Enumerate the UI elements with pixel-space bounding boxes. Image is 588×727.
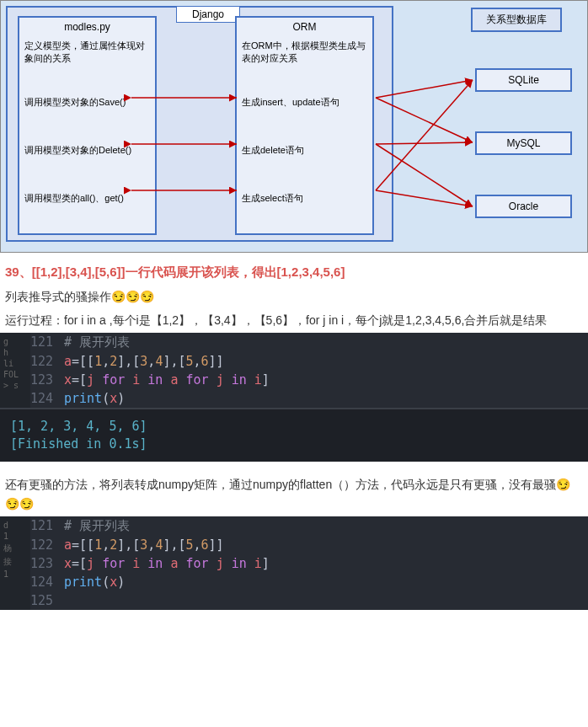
code-line: 123x=[j for i in a for j in i] [30,371,588,389]
django-container: Django modles.py 定义模型类，通过属性体现对象间的关系 调用模型… [6,6,393,242]
django-label: Django [176,6,240,23]
line-number: 121 [30,334,64,350]
code-content: x=[j for i in a for j in i] [64,372,270,388]
line-number: 124 [30,575,64,590]
para-text: 还有更骚的方法，将列表转成numpy矩阵，通过numpy的flatten（）方法… [5,478,556,491]
code-line: 124print(x) [30,389,588,408]
code-content: # 展开列表 [64,518,130,534]
code-content: a=[[1,2],[3,4],[5,6]] [64,354,224,369]
code-line: 121# 展开列表 [30,333,588,352]
question-heading: 39、[[1,2],[3,4],[5,6]]一行代码展开该列表，得出[1,2,3… [0,253,588,286]
code-line: 123x=[j for i in a for j in i] [30,554,588,573]
orm-box: ORM 在ORM中，根据模型类生成与表的对应关系 生成insert、update… [235,16,374,235]
models-item: 调用模型类对象的Save() [19,93,155,112]
line-number: 125 [30,593,64,608]
code-block-1: ghliFOL> s 121# 展开列表122a=[[1,2],[3,4],[5… [0,333,588,408]
django-orm-diagram: Django modles.py 定义模型类，通过属性体现对象间的关系 调用模型… [0,0,588,253]
code-content: x=[j for i in a for j in i] [64,556,270,571]
line-number: 123 [30,372,64,388]
paragraph: 运行过程：for i in a ,每个i是【1,2】，【3,4】，【5,6】，f… [0,309,588,333]
db-item: MySQL [475,131,572,155]
line-number: 123 [30,556,64,571]
code-block-2: d1杨接1 121# 展开列表122a=[[1,2],[3,4],[5,6]]1… [0,516,588,610]
code-content: # 展开列表 [64,334,130,350]
models-title: modles.py [19,18,155,36]
output-block: [1, 2, 3, 4, 5, 6] [Finished in 0.1s] [0,408,588,462]
models-item: 调用模型类对象的Delete() [19,141,155,160]
db-item: Oracle [475,195,572,218]
code-line: 121# 展开列表 [30,516,588,536]
paragraph: 还有更骚的方法，将列表转成numpy矩阵，通过numpy的flatten（）方法… [0,473,588,517]
orm-item: 生成delete语句 [237,141,372,160]
code-content: a=[[1,2],[3,4],[5,6]] [64,537,224,553]
code-line: 122a=[[1,2],[3,4],[5,6]] [30,352,588,371]
orm-title: ORM [237,18,372,36]
emoji-icon: 😏😏😏 [111,290,154,303]
code-content: print(x) [64,391,125,406]
paragraph: 列表推导式的骚操作😏😏😏 [0,286,588,309]
orm-desc: 在ORM中，根据模型类生成与表的对应关系 [237,36,372,69]
db-label: 关系型数据库 [471,8,562,32]
code-line: 124print(x) [30,573,588,591]
code-line: 122a=[[1,2],[3,4],[5,6]] [30,536,588,554]
para-text: 列表推导式的骚操作 [5,290,111,303]
code-content: print(x) [64,575,125,590]
code-line: 125 [30,591,588,610]
line-number: 124 [30,391,64,406]
line-number: 122 [30,537,64,553]
editor-sidebar: ghliFOL> s [0,333,30,408]
orm-item: 生成select语句 [237,189,372,208]
models-box: modles.py 定义模型类，通过属性体现对象间的关系 调用模型类对象的Sav… [18,16,157,235]
line-number: 122 [30,354,64,369]
line-number: 121 [30,518,64,534]
models-item: 调用模型类的all()、get() [19,189,155,208]
editor-sidebar: d1杨接1 [0,516,30,610]
models-desc: 定义模型类，通过属性体现对象间的关系 [19,36,155,69]
orm-item: 生成insert、update语句 [237,93,372,112]
db-item: SQLite [475,68,572,92]
